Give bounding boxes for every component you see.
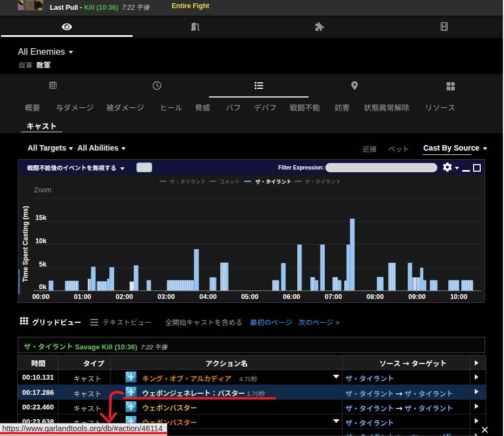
svg-text:5k: 5k bbox=[39, 261, 47, 268]
svg-text:10k: 10k bbox=[35, 237, 47, 245]
svg-text:ザ・タイラント: ザ・タイラント bbox=[170, 179, 206, 185]
svg-text:コメット: コメット bbox=[219, 179, 240, 185]
svg-text:02:00: 02:00 bbox=[116, 293, 133, 301]
svg-text:05:00: 05:00 bbox=[241, 293, 258, 301]
svg-text:01:00: 01:00 bbox=[74, 293, 91, 301]
svg-text:Zoom: Zoom bbox=[34, 186, 51, 194]
svg-text:09:00: 09:00 bbox=[408, 293, 426, 301]
svg-text:04:00: 04:00 bbox=[199, 293, 217, 301]
svg-text:10:00: 10:00 bbox=[450, 293, 467, 301]
svg-text:Time Spent Casting (ms): Time Spent Casting (ms) bbox=[22, 206, 29, 282]
svg-text:ザ・タイラント: ザ・タイラント bbox=[256, 179, 292, 185]
svg-text:15k: 15k bbox=[35, 214, 47, 222]
svg-text:08:00: 08:00 bbox=[366, 293, 384, 301]
svg-text:00:00: 00:00 bbox=[32, 293, 49, 301]
svg-text:03:00: 03:00 bbox=[158, 293, 175, 301]
svg-text:07:00: 07:00 bbox=[325, 293, 342, 301]
svg-text:06:00: 06:00 bbox=[283, 293, 300, 301]
svg-text:ザ・タイラント: ザ・タイラント bbox=[305, 179, 341, 185]
svg-text:0k: 0k bbox=[39, 283, 47, 291]
